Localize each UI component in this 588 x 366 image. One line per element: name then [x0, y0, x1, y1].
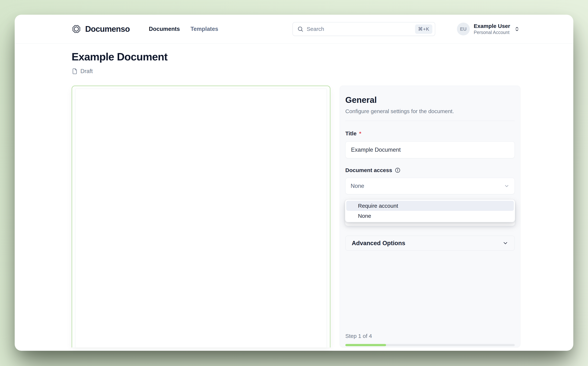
top-navigation: Documenso Documents Templates ⌘+K EU Exa…	[15, 15, 573, 44]
nav-link-templates[interactable]: Templates	[190, 26, 218, 32]
user-account-type: Personal Account	[474, 29, 510, 35]
title-field-label: Title *	[345, 130, 515, 137]
app-window: Documenso Documents Templates ⌘+K EU Exa…	[15, 15, 573, 351]
nav-links: Documents Templates	[149, 26, 218, 32]
chevrons-up-down-icon	[514, 26, 520, 32]
main-row: General Configure general settings for t…	[72, 86, 520, 347]
info-icon[interactable]	[395, 167, 400, 173]
document-access-value: None	[351, 183, 364, 189]
general-settings-panel: General Configure general settings for t…	[340, 86, 520, 347]
dropdown-option-none[interactable]: None	[346, 211, 514, 221]
search-icon	[297, 26, 303, 32]
status-label: Draft	[80, 68, 93, 75]
chevron-down-icon	[502, 240, 508, 246]
divider	[345, 121, 515, 121]
progress-fill	[345, 344, 386, 346]
user-name: Example User	[474, 23, 510, 29]
step-indicator: Step 1 of 4	[345, 333, 515, 339]
avatar: EU	[457, 23, 470, 35]
search-input[interactable]	[307, 26, 412, 32]
brand-logo[interactable]: Documenso	[72, 24, 130, 34]
document-access-dropdown: Require account None	[345, 199, 515, 222]
progress-bar	[345, 344, 515, 346]
title-input[interactable]	[345, 141, 515, 158]
document-access-label: Document access	[345, 167, 515, 173]
documenso-logo-icon	[72, 24, 81, 34]
page-content: Example Document Draft General Configure…	[15, 44, 573, 351]
search-shortcut-badge: ⌘+K	[415, 24, 432, 34]
document-access-select[interactable]: None	[345, 178, 515, 194]
panel-description: Configure general settings for the docum…	[345, 108, 515, 114]
panel-heading: General	[345, 95, 515, 105]
brand-name: Documenso	[85, 24, 130, 34]
account-switcher[interactable]: EU Example User Personal Account	[457, 23, 520, 35]
required-marker: *	[359, 130, 361, 137]
chevron-down-icon	[504, 183, 509, 189]
advanced-options-label: Advanced Options	[352, 240, 405, 247]
document-preview-card	[72, 86, 331, 347]
nav-link-documents[interactable]: Documents	[149, 26, 180, 32]
document-page	[75, 89, 327, 347]
search-bar[interactable]: ⌘+K	[293, 22, 435, 36]
page-title: Example Document	[72, 51, 520, 63]
document-status: Draft	[72, 68, 520, 75]
advanced-options-toggle[interactable]: Advanced Options	[345, 236, 515, 251]
file-icon	[72, 68, 78, 74]
dropdown-option-require-account[interactable]: Require account	[346, 201, 514, 211]
panel-footer: Step 1 of 4	[345, 333, 515, 346]
